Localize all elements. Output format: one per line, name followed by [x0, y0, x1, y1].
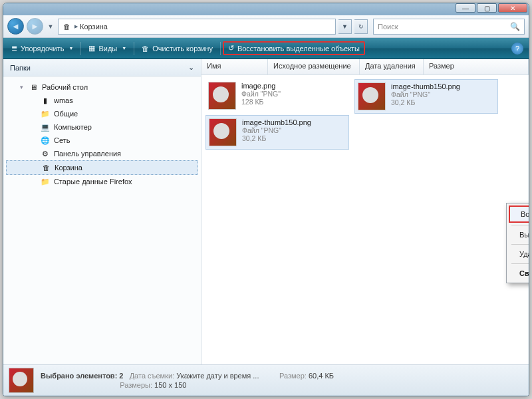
file-name: image-thumb150.png — [242, 118, 311, 126]
minimize-button[interactable]: — — [456, 3, 475, 13]
back-button[interactable]: ◄ — [7, 18, 24, 35]
search-placeholder: Поиск — [378, 23, 398, 31]
file-size: 30,2 КБ — [391, 98, 460, 106]
organize-label: Упорядочить — [21, 45, 64, 53]
tree-item[interactable]: ▾🖥Рабочий стол — [6, 80, 198, 94]
context-separator — [511, 263, 529, 264]
status-text: Выбрано элементов: 2 Дата съемки: Укажит… — [41, 372, 334, 389]
tree-item[interactable]: ⚙Панель управления — [6, 147, 198, 160]
navigation-bar: ◄ ► ▼ 🗑 ▶ Корзина ▼ ↻ Поиск 🔍 — [3, 15, 529, 38]
folder-icon: 🗑 — [41, 162, 51, 173]
breadcrumb-chevron-icon: ▶ — [74, 24, 78, 29]
context-cut[interactable]: Вырезать — [509, 227, 529, 242]
views-label: Виды — [98, 45, 117, 53]
file-item[interactable]: image-thumb150.pngФайл "PNG"30,2 КБ — [354, 79, 498, 114]
tree-twisty-icon[interactable]: ▾ — [18, 84, 25, 90]
file-type: Файл "PNG" — [242, 126, 311, 134]
recycle-bin-icon: 🗑 — [61, 21, 72, 32]
tree-item[interactable]: 💻Компьютер — [6, 120, 198, 134]
empty-label: Очистить корзину — [152, 45, 213, 53]
views-icon: ▦ — [88, 44, 95, 53]
tree-item[interactable]: ▮wmas — [6, 94, 198, 107]
explorer-window: — ▢ ✕ ◄ ► ▼ 🗑 ▶ Корзина ▼ ↻ Поиск 🔍 ≣ Уп… — [3, 3, 529, 396]
status-thumbnail — [9, 368, 34, 393]
body-split: Папки ⌄ ▾🖥Рабочий стол▮wmas📁Общие💻Компью… — [3, 59, 529, 364]
file-name: image.png — [241, 82, 281, 90]
status-date-value[interactable]: Укажите дату и время ... — [176, 372, 259, 380]
restore-label: Восстановить выделенные объекты — [237, 45, 360, 53]
chevron-down-icon: ▼ — [68, 46, 73, 51]
toolbar-separator — [134, 42, 134, 55]
context-restore[interactable]: Восстановить — [509, 205, 529, 223]
file-type: Файл "PNG" — [391, 90, 460, 98]
file-meta: image.pngФайл "PNG"128 КБ — [241, 82, 281, 110]
tree-item-label: Общие — [54, 110, 78, 118]
folder-icon: 📁 — [40, 108, 51, 119]
file-thumbnail — [209, 118, 237, 146]
file-size: 30,2 КБ — [242, 134, 311, 142]
organize-button[interactable]: ≣ Упорядочить ▼ — [6, 42, 78, 55]
context-menu: Восстановить Вырезать Удалить Свойства — [506, 203, 529, 283]
file-meta: image-thumb150.pngФайл "PNG"30,2 КБ — [391, 82, 460, 110]
status-dims-key: Размеры: — [120, 381, 152, 389]
tree-item-label: Рабочий стол — [42, 83, 88, 91]
folders-pane-header[interactable]: Папки ⌄ — [3, 59, 201, 76]
help-button[interactable]: ? — [511, 43, 523, 55]
restore-icon: ↺ — [228, 44, 234, 53]
file-type: Файл "PNG" — [241, 90, 281, 98]
organize-icon: ≣ — [11, 44, 17, 53]
column-original-location[interactable]: Исходное размещение — [268, 59, 360, 74]
address-bar[interactable]: 🗑 ▶ Корзина — [58, 19, 336, 35]
folder-icon: ⚙ — [40, 148, 51, 159]
navigation-pane: Папки ⌄ ▾🖥Рабочий стол▮wmas📁Общие💻Компью… — [3, 59, 201, 364]
collapse-icon[interactable]: ⌄ — [188, 63, 194, 72]
tree-item[interactable]: 🗑Корзина — [6, 160, 198, 175]
folder-tree: ▾🖥Рабочий стол▮wmas📁Общие💻Компьютер🌐Сеть… — [3, 76, 201, 192]
tree-item[interactable]: 📁Старые данные Firefox — [6, 175, 198, 188]
file-name: image-thumb150.png — [391, 82, 460, 90]
context-delete[interactable]: Удалить — [509, 247, 529, 261]
views-button[interactable]: ▦ Виды ▼ — [83, 42, 132, 55]
folder-icon: ▮ — [40, 95, 51, 106]
close-button[interactable]: ✕ — [498, 3, 527, 13]
toolbar-separator — [220, 42, 221, 55]
status-date-key: Дата съемки: — [130, 372, 174, 380]
tree-item-label: Корзина — [55, 164, 82, 172]
context-properties[interactable]: Свойства — [509, 266, 529, 281]
chevron-down-icon: ▼ — [122, 46, 126, 51]
forward-button[interactable]: ► — [27, 18, 43, 35]
toolbar-separator — [80, 42, 81, 55]
details-pane: Выбрано элементов: 2 Дата съемки: Укажит… — [3, 364, 529, 396]
tree-item-label: Старые данные Firefox — [54, 178, 132, 186]
file-item[interactable]: image-thumb150.pngФайл "PNG"30,2 КБ — [205, 115, 349, 150]
folder-icon: 💻 — [40, 122, 51, 132]
file-list[interactable]: image-thumb150.pngФайл "PNG"30,2 КБimage… — [201, 75, 529, 364]
empty-recycle-bin-button[interactable]: 🗑 Очистить корзину — [136, 43, 218, 55]
content-pane: Имя Исходное размещение Дата удаления Ра… — [201, 59, 529, 364]
tree-item[interactable]: 🌐Сеть — [6, 134, 198, 147]
file-meta: image-thumb150.pngФайл "PNG"30,2 КБ — [242, 118, 311, 146]
refresh-button[interactable]: ↻ — [354, 19, 368, 34]
status-size-value: 60,4 КБ — [309, 372, 334, 380]
column-headers: Имя Исходное размещение Дата удаления Ра… — [201, 59, 529, 75]
column-date-deleted[interactable]: Дата удаления — [360, 59, 424, 74]
command-bar: ≣ Упорядочить ▼ ▦ Виды ▼ 🗑 Очистить корз… — [3, 38, 529, 59]
window-titlebar: — ▢ ✕ — [3, 3, 529, 15]
file-thumbnail — [358, 82, 386, 110]
file-item[interactable]: image.pngФайл "PNG"128 КБ — [205, 79, 349, 112]
search-input[interactable]: Поиск 🔍 — [373, 19, 525, 35]
breadcrumb-location[interactable]: Корзина — [80, 23, 108, 31]
folder-icon: 🌐 — [40, 135, 51, 146]
maximize-button[interactable]: ▢ — [477, 3, 497, 13]
restore-selected-button[interactable]: ↺ Восстановить выделенные объекты — [223, 41, 365, 55]
search-icon: 🔍 — [510, 22, 520, 31]
context-separator — [511, 225, 529, 225]
column-name[interactable]: Имя — [201, 59, 268, 74]
folders-label: Папки — [10, 64, 31, 72]
nav-history-dropdown[interactable]: ▼ — [46, 19, 55, 34]
tree-item[interactable]: 📁Общие — [6, 107, 198, 120]
column-size[interactable]: Размер — [424, 59, 529, 74]
tree-item-label: Компьютер — [54, 123, 92, 131]
address-dropdown[interactable]: ▼ — [338, 19, 352, 34]
tree-item-label: Панель управления — [54, 150, 121, 158]
